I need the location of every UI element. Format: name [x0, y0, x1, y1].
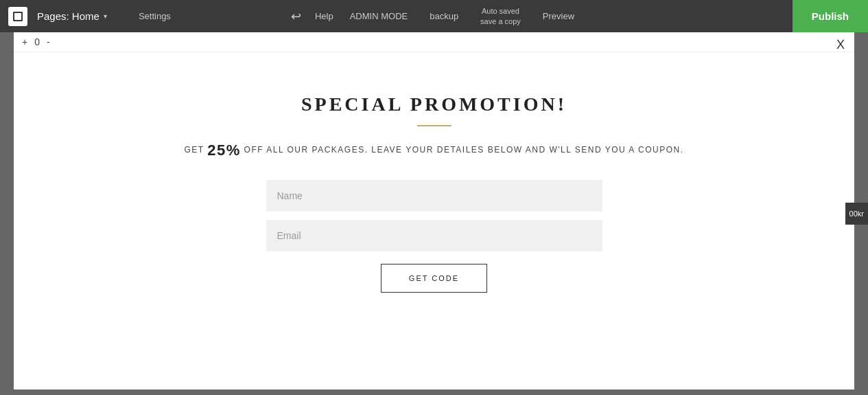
chevron-down-icon: ▾: [104, 12, 107, 20]
name-input[interactable]: [266, 180, 602, 212]
email-input[interactable]: [266, 220, 602, 251]
admin-mode-label: ADMIN MODE: [339, 11, 419, 21]
zero-label: 0: [33, 36, 41, 47]
promo-description: GET 25% OFF ALL OUR PACKAGES. LEAVE YOUR…: [184, 142, 683, 159]
remove-button[interactable]: -: [45, 36, 51, 47]
promo-section: SPECIAL PROMOTION! GET 25% OFF ALL OUR P…: [14, 52, 854, 334]
autosave-line1: Auto saved: [482, 6, 519, 16]
panel-toolbar: + 0 -: [14, 32, 854, 52]
canvas-area: + 0 - X SPECIAL PROMOTION! GET 25% OFF A…: [0, 32, 868, 395]
undo-icon[interactable]: ↩: [283, 9, 309, 24]
autosave-status: Auto saved save a copy: [469, 6, 532, 26]
content-panel: + 0 - X SPECIAL PROMOTION! GET 25% OFF A…: [14, 32, 854, 390]
pages-title[interactable]: Pages: Home ▾: [37, 10, 107, 22]
promo-form: GET CODE: [266, 180, 602, 293]
close-button[interactable]: X: [836, 38, 845, 52]
backup-button[interactable]: backup: [419, 11, 469, 21]
promo-desc-post: OFF ALL OUR PACKAGES. LEAVE YOUR DETAILE…: [244, 145, 684, 155]
promo-divider: [417, 125, 451, 126]
get-code-button[interactable]: GET CODE: [381, 264, 487, 293]
right-panel-stub: 00kr: [845, 203, 868, 225]
promo-discount: 25%: [207, 142, 241, 159]
preview-button[interactable]: Preview: [532, 11, 585, 21]
help-nav-item[interactable]: Help: [309, 11, 339, 21]
panel-toolbar-left: + 0 -: [21, 36, 51, 47]
promo-title: SPECIAL PROMOTION!: [301, 93, 567, 115]
promo-desc-pre: GET: [184, 145, 204, 155]
add-button[interactable]: +: [21, 36, 29, 47]
topbar-center-controls: ↩ Help ADMIN MODE backup Auto saved save…: [283, 6, 585, 26]
logo-icon[interactable]: [8, 7, 27, 26]
settings-nav-item[interactable]: Settings: [128, 11, 182, 21]
publish-button[interactable]: Publish: [793, 0, 868, 32]
pages-title-text: Pages: Home: [37, 10, 99, 22]
autosave-line2: save a copy: [480, 16, 521, 26]
topbar: Pages: Home ▾ Settings ↩ Help ADMIN MODE…: [0, 0, 868, 32]
right-panel-label: 00kr: [849, 210, 864, 218]
